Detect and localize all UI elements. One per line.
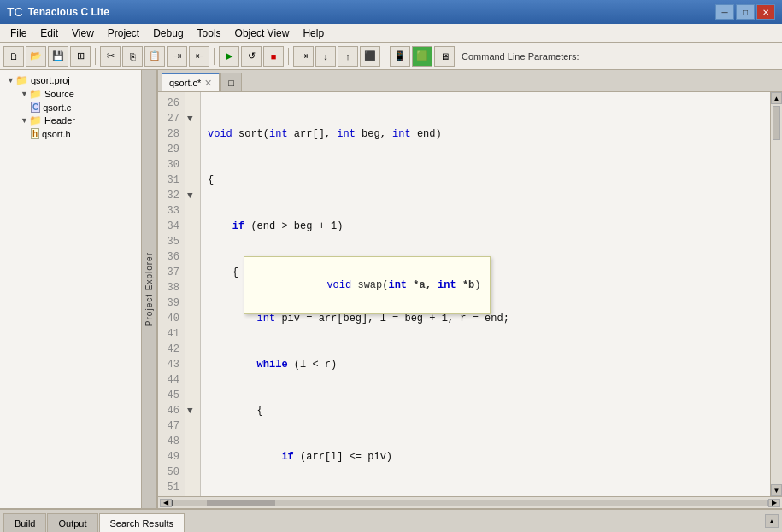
code-line-27: { [208,172,763,188]
code-line-34: l++; [208,495,763,496]
save-all-button[interactable]: ⊞ [70,46,91,67]
indent-button[interactable]: ⇥ [167,46,187,67]
menu-bar: File Edit View Project Debug Tools Objec… [0,24,782,43]
main-area: ▼ 📁 qsort.proj ▼ 📁 Source C qsort.c ▼ 📁 … [0,70,782,508]
copy-button[interactable]: ⎘ [122,46,143,67]
scroll-left-arrow[interactable]: ◀ [160,499,172,507]
step-out-button[interactable]: ↑ [338,46,358,67]
console-button[interactable]: 🖥 [434,46,455,67]
device-button[interactable]: 📱 [390,46,410,67]
tab-close-qsort-c[interactable]: ✕ [204,78,212,89]
code-line-32: { [208,403,763,418]
toolbar: 🗋 📂 💾 ⊞ ✂ ⎘ 📋 ⇥ ⇤ ▶ ↺ ■ ⇥ ↓ ↑ ⬛ 📱 🟩 🖥 Co… [0,43,782,70]
code-content: 2627282930 3132333435 3637383940 4142434… [158,92,782,508]
open-button[interactable]: 📂 [26,46,46,67]
tab-blank[interactable]: □ [220,73,242,91]
cut-button[interactable]: ✂ [100,46,121,67]
app-icon: TC [7,5,23,19]
tab-label-qsort-c: qsort.c* [169,78,201,88]
arrow-column: ▼ ▼ [185,92,201,496]
run-button[interactable]: ▶ [219,46,239,67]
cmdline-label: Command Line Parameters: [462,51,579,61]
toolbar-sep-2 [214,48,215,65]
code-editor[interactable]: void sort(int arr[], int beg, int end) {… [201,92,770,496]
h-file-icon: h [31,128,39,139]
project-explorer-tab[interactable]: Project Explorer [141,70,156,508]
h-scroll-track [172,500,768,506]
project-tree: ▼ 📁 qsort.proj ▼ 📁 Source C qsort.c ▼ 📁 … [0,70,156,143]
tab-output[interactable]: Output [47,513,97,532]
menu-file[interactable]: File [3,26,33,41]
horizontal-scrollbar[interactable]: ◀ ▶ [158,496,782,508]
autocomplete-tooltip: void swap(int *a, int *b) [244,256,491,314]
unindent-button[interactable]: ⇤ [189,46,209,67]
h-scroll-thumb[interactable] [207,500,275,506]
tab-search-results[interactable]: Search Results [99,513,185,532]
toolbar-sep-3 [288,48,289,65]
bottom-tab-bar: Build Output Search Results ▲ [0,508,782,532]
editor-tab-bar: qsort.c* ✕ □ [158,70,782,92]
scroll-down-arrow[interactable]: ▼ [771,484,782,496]
folder-icon-source: 📁 [29,88,42,100]
tree-item-source[interactable]: ▼ 📁 Source [3,87,153,101]
scroll-right-arrow[interactable]: ▶ [768,499,780,507]
breakpoint-button[interactable]: ⬛ [360,46,380,67]
code-line-26: void sort(int arr[], int beg, int end) [208,126,763,142]
tab-output-label: Output [58,518,86,529]
tab-build[interactable]: Build [3,513,46,532]
menu-tools[interactable]: Tools [191,26,228,41]
tree-item-qsort-h[interactable]: h qsort.h [3,127,153,140]
project-explorer-panel: ▼ 📁 qsort.proj ▼ 📁 Source C qsort.c ▼ 📁 … [0,70,158,508]
expand-icon-header: ▼ [21,116,28,125]
tooltip-sig: void swap(int *a, int *b) [326,279,480,291]
tree-label-header: Header [44,115,75,126]
line-numbers: 2627282930 3132333435 3637383940 4142434… [158,92,185,496]
vertical-scrollbar[interactable]: ▲ ▼ [770,92,782,496]
folder-icon-proj: 📁 [15,74,28,86]
app-title: Tenacious C Lite [28,6,715,18]
stop-button[interactable]: ■ [263,46,284,67]
tab-label-blank: □ [228,78,234,88]
expand-icon-source: ▼ [21,90,28,98]
folder-icon-header: 📁 [29,114,42,126]
save-button[interactable]: 💾 [48,46,68,67]
tree-item-proj[interactable]: ▼ 📁 qsort.proj [3,73,153,87]
tree-item-header[interactable]: ▼ 📁 Header [3,114,153,127]
tree-label-proj: qsort.proj [31,75,70,85]
tab-build-label: Build [15,518,35,529]
menu-project[interactable]: Project [101,26,146,41]
expand-icon-proj: ▼ [7,76,15,85]
bottom-panel-scroll-up[interactable]: ▲ [765,514,779,528]
menu-object-view[interactable]: Object View [228,26,297,41]
scroll-up-arrow[interactable]: ▲ [771,92,782,104]
menu-view[interactable]: View [65,26,101,41]
tab-search-results-label: Search Results [110,518,174,529]
menu-debug[interactable]: Debug [146,26,190,41]
code-scroll[interactable]: 2627282930 3132333435 3637383940 4142434… [158,92,782,496]
editor-area: qsort.c* ✕ □ 2627282930 3132333435 36373… [158,70,782,508]
step-over-button[interactable]: ⇥ [293,46,314,67]
paste-button[interactable]: 📋 [144,46,165,67]
menu-help[interactable]: Help [296,26,331,41]
scroll-thumb[interactable] [773,106,780,140]
reload-button[interactable]: ↺ [241,46,262,67]
code-line-31: while (l < r) [208,357,763,372]
step-into-button[interactable]: ↓ [315,46,336,67]
minimize-button[interactable]: ─ [715,4,734,20]
tab-qsort-c[interactable]: qsort.c* ✕ [162,73,220,91]
maximize-button[interactable]: □ [736,4,755,20]
code-line-33: if (arr[l] <= piv) [208,449,763,465]
toolbar-sep-4 [385,48,385,65]
tree-label-source: Source [44,89,74,99]
toolbar-sep-1 [95,48,96,65]
project-explorer-tab-label: Project Explorer [144,252,154,326]
window-controls: ─ □ ✕ [715,4,775,20]
menu-edit[interactable]: Edit [33,26,65,41]
emulator-button[interactable]: 🟩 [412,46,432,67]
tree-item-qsort-c[interactable]: C qsort.c [3,101,153,114]
tree-label-qsort-h: qsort.h [42,129,71,139]
tree-label-qsort-c: qsort.c [43,102,71,113]
close-button[interactable]: ✕ [756,4,775,20]
new-button[interactable]: 🗋 [3,46,24,67]
scroll-track [771,104,782,484]
